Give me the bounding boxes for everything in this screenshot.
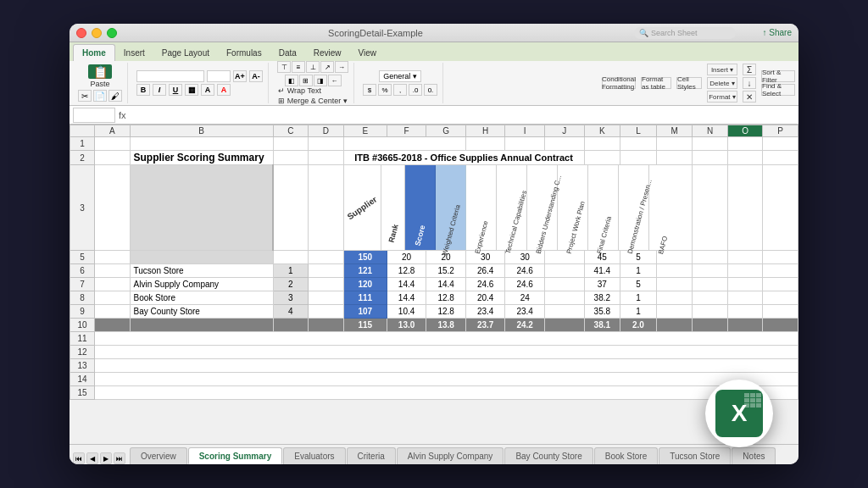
col-header-h[interactable]: H [465, 125, 505, 137]
next-sheet-btn[interactable]: ▶ [100, 452, 112, 464]
cell-p8[interactable] [763, 291, 798, 305]
italic-button[interactable]: I [153, 84, 166, 96]
cell-d5[interactable] [309, 251, 343, 264]
cell-j9[interactable] [544, 305, 584, 319]
cell-n8[interactable] [693, 291, 727, 305]
cell-styles-btn[interactable]: Cell Styles [676, 77, 702, 89]
cell-h5[interactable]: 30 [465, 251, 505, 264]
minimize-button[interactable] [92, 28, 102, 38]
row-header-7[interactable]: 7 [70, 278, 95, 291]
cell-p6[interactable] [763, 264, 798, 278]
cell-m7[interactable] [656, 278, 693, 291]
format-painter-button[interactable]: 🖌 [108, 90, 122, 102]
cell-h1[interactable] [465, 137, 505, 151]
first-sheet-btn[interactable]: ⏮ [73, 452, 85, 464]
cell-o6[interactable] [727, 264, 762, 278]
cell-m2[interactable] [656, 151, 693, 165]
cell-k10[interactable]: 38.1 [584, 319, 620, 332]
cell-o3[interactable] [727, 165, 762, 251]
col-header-l[interactable]: L [620, 125, 657, 137]
cell-b1[interactable] [130, 137, 273, 151]
cell-f8[interactable]: 14.4 [387, 291, 426, 305]
cell-k8[interactable]: 38.2 [584, 291, 620, 305]
cell-a8[interactable] [95, 291, 130, 305]
cell-p5[interactable] [763, 251, 798, 264]
cell-h6[interactable]: 26.4 [465, 264, 505, 278]
cell-a7[interactable] [95, 278, 130, 291]
col-header-j[interactable]: J [544, 125, 584, 137]
tab-alvin[interactable]: Alvin Supply Company [397, 447, 504, 464]
row-header-8[interactable]: 8 [70, 291, 95, 305]
row-header-14[interactable]: 14 [70, 373, 95, 386]
cell-n10[interactable] [693, 319, 727, 332]
cell-a10[interactable] [95, 319, 130, 332]
font-name-input[interactable]: Calibri [136, 70, 204, 82]
tab-data[interactable]: Data [270, 44, 305, 61]
cell-e8-score[interactable]: 111 [343, 291, 387, 305]
cell-p9[interactable] [763, 305, 798, 319]
cell-g10[interactable]: 13.8 [426, 319, 466, 332]
cell-i1[interactable] [505, 137, 545, 151]
cell-d10[interactable] [309, 319, 343, 332]
font-color-button[interactable]: A [217, 84, 231, 96]
cell-n1[interactable] [693, 137, 727, 151]
align-left-btn[interactable]: ◧ [285, 75, 298, 86]
last-sheet-btn[interactable]: ⏭ [114, 452, 125, 464]
cell-o5[interactable] [727, 251, 762, 264]
close-button[interactable] [76, 28, 86, 38]
cell-d6[interactable] [309, 264, 343, 278]
increase-decimal-btn[interactable]: .0 [409, 84, 422, 96]
cut-button[interactable]: ✂ [78, 90, 92, 102]
tab-evaluators[interactable]: Evaluators [283, 447, 345, 464]
cell-p1[interactable] [763, 137, 798, 151]
percent-btn[interactable]: % [378, 84, 392, 96]
col-header-k[interactable]: K [584, 125, 620, 137]
cell-b3[interactable] [130, 165, 273, 251]
col-header-a[interactable]: A [95, 125, 130, 137]
cell-l10[interactable]: 2.0 [620, 319, 657, 332]
cell-f10[interactable]: 13.0 [387, 319, 426, 332]
align-top-btn[interactable]: ⊤ [277, 61, 291, 73]
cell-c8-rank[interactable]: 3 [273, 291, 308, 305]
cell-b9-supplier[interactable]: Bay County Store [130, 305, 273, 319]
cell-h8[interactable]: 20.4 [465, 291, 505, 305]
sum-btn[interactable]: Σ [743, 64, 756, 75]
fill-color-button[interactable]: A [201, 84, 214, 96]
cell-c5[interactable] [273, 251, 308, 264]
align-middle-btn[interactable]: ≡ [292, 61, 305, 73]
cell-n7[interactable] [693, 278, 727, 291]
cell-reference-input[interactable]: O34 [73, 108, 115, 123]
cell-j8[interactable] [544, 291, 584, 305]
cell-l2[interactable] [620, 151, 657, 165]
cell-h7[interactable]: 24.6 [465, 278, 505, 291]
col-header-d[interactable]: D [309, 125, 343, 137]
col-header-n[interactable]: N [693, 125, 727, 137]
cell-e6-score[interactable]: 121 [343, 264, 387, 278]
col-header-f[interactable]: F [387, 125, 426, 137]
fill-btn[interactable]: ↓ [743, 77, 756, 89]
cell-p3[interactable] [763, 165, 798, 251]
cell-a3[interactable] [95, 165, 130, 251]
col-header-c[interactable]: C [273, 125, 308, 137]
copy-button[interactable]: 📄 [93, 90, 107, 102]
share-btn[interactable]: ↑ Share [763, 28, 792, 37]
tab-overview[interactable]: Overview [130, 447, 187, 464]
insert-btn[interactable]: Insert ▾ [707, 64, 737, 75]
cell-b6-supplier[interactable]: Tucson Store [130, 264, 273, 278]
col-header-i[interactable]: I [505, 125, 545, 137]
cell-d3[interactable] [309, 165, 343, 251]
cell-b7-supplier[interactable]: Alvin Supply Company [130, 278, 273, 291]
tab-book-store[interactable]: Book Store [594, 447, 658, 464]
cell-l1[interactable] [620, 137, 657, 151]
tab-insert[interactable]: Insert [115, 44, 153, 61]
maximize-button[interactable] [107, 28, 117, 38]
cell-d7[interactable] [309, 278, 343, 291]
cell-b10[interactable] [130, 319, 273, 332]
cell-e7-score[interactable]: 120 [343, 278, 387, 291]
cell-g6[interactable]: 15.2 [426, 264, 466, 278]
cell-e10-avg-score[interactable]: 115 [343, 319, 387, 332]
cell-o10[interactable] [727, 319, 762, 332]
cell-j10[interactable] [544, 319, 584, 332]
cell-m9[interactable] [656, 305, 693, 319]
cell-c6-rank[interactable]: 1 [273, 264, 308, 278]
